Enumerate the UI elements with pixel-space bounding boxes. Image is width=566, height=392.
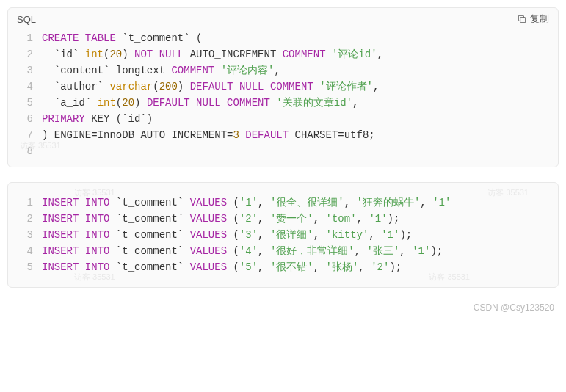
line-number: 2 — [8, 46, 42, 62]
line-number: 5 — [8, 259, 42, 275]
code-line: 6PRIMARY KEY (`id`) — [8, 111, 558, 127]
code-line: 1INSERT INTO `t_comment` VALUES ('1', '很… — [8, 195, 558, 211]
line-number: 7 — [8, 127, 42, 143]
code-line: 2 `id` int(20) NOT NULL AUTO_INCREMENT C… — [8, 46, 558, 62]
line-number: 2 — [8, 211, 42, 227]
line-content: INSERT INTO `t_comment` VALUES ('4', '很好… — [42, 243, 558, 259]
line-content: INSERT INTO `t_comment` VALUES ('2', '赞一… — [42, 211, 558, 227]
code-line: 3 `content` longtext COMMENT '评论内容', — [8, 62, 558, 79]
copy-button[interactable]: 复制 — [517, 12, 549, 26]
copy-icon — [517, 14, 527, 24]
language-label: SQL — [17, 14, 36, 25]
line-number: 6 — [8, 111, 42, 127]
line-number: 5 — [8, 95, 42, 111]
code-line: 8 — [8, 143, 558, 159]
line-number: 1 — [8, 30, 42, 46]
line-content: `a_id` int(20) DEFAULT NULL COMMENT '关联的… — [42, 95, 558, 111]
line-content: INSERT INTO `t_comment` VALUES ('3', '很详… — [42, 227, 558, 243]
line-content: INSERT INTO `t_comment` VALUES ('1', '很全… — [42, 195, 558, 211]
footer-attribution: CSDN @Csy123520 — [7, 302, 559, 313]
code-line: 2INSERT INTO `t_comment` VALUES ('2', '赞… — [8, 211, 558, 227]
copy-label: 复制 — [530, 12, 549, 26]
code-line: 1CREATE TABLE `t_comment` ( — [8, 30, 558, 46]
line-content: PRIMARY KEY (`id`) — [42, 111, 558, 127]
line-number: 3 — [8, 62, 42, 79]
svg-rect-0 — [520, 18, 526, 23]
line-number: 8 — [8, 143, 42, 159]
code-line: 4 `author` varchar(200) DEFAULT NULL COM… — [8, 79, 558, 95]
code-line: 7) ENGINE=InnoDB AUTO_INCREMENT=3 DEFAUL… — [8, 127, 558, 143]
line-content: `id` int(20) NOT NULL AUTO_INCREMENT COM… — [42, 46, 558, 62]
code-line: 4INSERT INTO `t_comment` VALUES ('4', '很… — [8, 243, 558, 259]
code-line: 3INSERT INTO `t_comment` VALUES ('3', '很… — [8, 227, 558, 243]
line-number: 3 — [8, 227, 42, 243]
line-number: 4 — [8, 243, 42, 259]
code-line: 5 `a_id` int(20) DEFAULT NULL COMMENT '关… — [8, 95, 558, 111]
code-line: 5INSERT INTO `t_comment` VALUES ('5', '很… — [8, 259, 558, 275]
code-block-2: 1INSERT INTO `t_comment` VALUES ('1', '很… — [7, 182, 559, 288]
code-body-2: 1INSERT INTO `t_comment` VALUES ('1', '很… — [8, 183, 558, 287]
line-content: `author` varchar(200) DEFAULT NULL COMME… — [42, 79, 558, 95]
line-content: CREATE TABLE `t_comment` ( — [42, 30, 558, 46]
line-number: 4 — [8, 79, 42, 95]
code-header: SQL 复制 — [8, 8, 558, 27]
code-body-1: 1CREATE TABLE `t_comment` (2 `id` int(20… — [8, 27, 558, 167]
line-number: 1 — [8, 195, 42, 211]
line-content: INSERT INTO `t_comment` VALUES ('5', '很不… — [42, 259, 558, 275]
line-content: `content` longtext COMMENT '评论内容', — [42, 62, 558, 79]
line-content: ) ENGINE=InnoDB AUTO_INCREMENT=3 DEFAULT… — [42, 127, 558, 143]
code-block-1: SQL 复制 1CREATE TABLE `t_comment` (2 `id`… — [7, 7, 559, 167]
